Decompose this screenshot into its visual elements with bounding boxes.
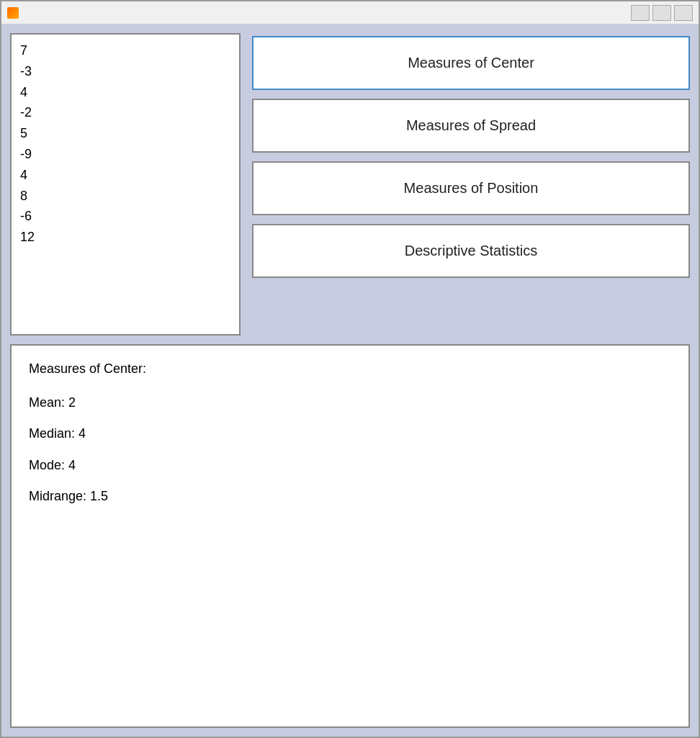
list-item: -6 [20,206,230,227]
list-item: -2 [20,102,230,123]
result-line: Median: 4 [29,425,671,443]
result-line: Mode: 4 [29,456,671,474]
list-item: 12 [20,227,230,248]
list-item: 4 [20,165,230,186]
result-line: Midrange: 1.5 [29,487,671,505]
buttons-container: Measures of Center Measures of Spread Me… [252,33,690,278]
list-item: 4 [20,82,230,103]
data-list-container: 7-34-25-948-612 [10,33,241,336]
minimize-button[interactable] [631,5,650,21]
measures-of-position-button[interactable]: Measures of Position [252,161,690,215]
list-item: 8 [20,186,230,207]
title-bar [1,1,699,24]
maximize-button[interactable] [652,5,671,21]
close-button[interactable] [674,5,693,21]
list-item: -9 [20,144,230,165]
results-section: Measures of Center:Mean: 2Median: 4Mode:… [10,344,690,728]
descriptive-statistics-button[interactable]: Descriptive Statistics [252,224,690,278]
measures-of-spread-button[interactable]: Measures of Spread [252,99,690,153]
measures-of-center-button[interactable]: Measures of Center [252,36,690,90]
result-line: Mean: 2 [29,394,671,412]
app-icon [7,7,19,19]
results-title: Measures of Center: [29,360,671,378]
list-item: 5 [20,123,230,144]
top-section: 7-34-25-948-612 Measures of Center Measu… [10,33,690,336]
list-item: -3 [20,61,230,82]
main-content: 7-34-25-948-612 Measures of Center Measu… [1,24,699,737]
title-bar-buttons [631,5,693,21]
main-window: 7-34-25-948-612 Measures of Center Measu… [0,0,700,738]
list-item: 7 [20,40,230,61]
